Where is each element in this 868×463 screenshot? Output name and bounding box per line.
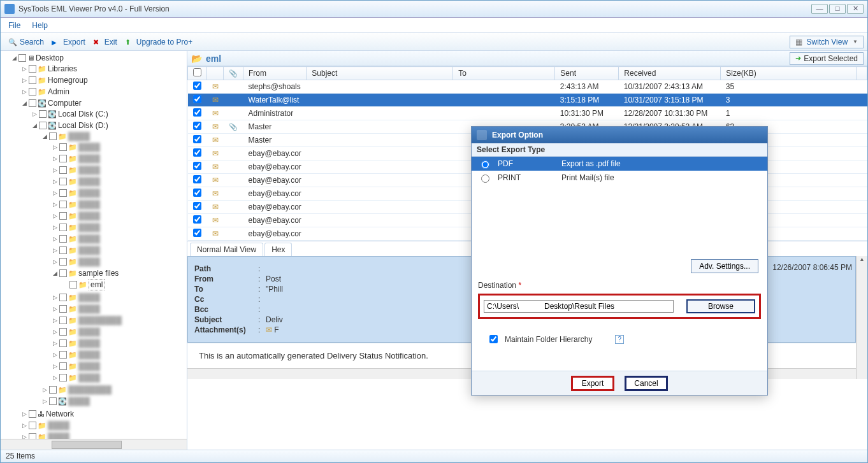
upgrade-button[interactable]: Upgrade to Pro+	[121, 36, 196, 48]
cell-received: 12/28/2007 10:31:30 PM	[619, 107, 721, 120]
row-checkbox[interactable]	[193, 215, 201, 224]
table-row[interactable]: WaterTalk@list3:15:18 PM10/31/2007 3:15:…	[188, 94, 867, 107]
sidebar: ◢Desktop ▷Libraries ▷Homegroup ▷Admin ◢C…	[1, 51, 187, 450]
row-checkbox[interactable]	[193, 229, 201, 237]
cancel-button[interactable]: Cancel	[625, 376, 668, 391]
table-row[interactable]: stephs@shoals2:43:13 AM10/31/2007 2:43:1…	[188, 80, 867, 94]
col-attachment[interactable]	[224, 67, 243, 80]
row-checkbox[interactable]	[193, 189, 201, 197]
menu-help[interactable]: Help	[32, 21, 48, 30]
cell-size: 35	[721, 80, 857, 94]
folder-icon	[58, 131, 67, 141]
col-checkbox[interactable]	[188, 67, 207, 80]
cell-size: 1	[721, 107, 857, 120]
export-type-list: PDF Export as .pdf file PRINT Print Mail…	[472, 157, 767, 255]
export-confirm-button[interactable]: Export	[571, 376, 614, 391]
row-checkbox[interactable]	[193, 108, 201, 117]
row-checkbox[interactable]	[193, 175, 201, 183]
switch-view-button[interactable]: Switch View▼	[790, 36, 864, 48]
export-type-pdf[interactable]: PDF Export as .pdf file	[472, 157, 767, 171]
col-sent[interactable]: Sent	[555, 67, 619, 80]
col-received[interactable]: Received	[619, 67, 721, 80]
exit-icon	[93, 38, 102, 46]
vertical-scrollbar[interactable]	[856, 256, 867, 379]
exit-button[interactable]: Exit	[89, 36, 121, 48]
status-bar: 25 Items	[1, 450, 867, 462]
row-checkbox[interactable]	[193, 95, 201, 103]
cell-from: ebay@ebay.cor	[243, 174, 307, 187]
maintain-folder-hierarchy-label: Maintain Folder Hierarchy	[505, 335, 592, 344]
col-subject[interactable]: Subject	[307, 67, 453, 80]
cell-from: ebay@ebay.cor	[243, 160, 307, 174]
col-to[interactable]: To	[453, 67, 555, 80]
envelope-icon	[212, 176, 219, 185]
cell-from: ebay@ebay.cor	[243, 214, 307, 227]
cell-from: ebay@ebay.cor	[243, 187, 307, 201]
dialog-icon	[477, 130, 487, 140]
tree-eml[interactable]: eml	[89, 279, 105, 290]
toolbar: Search Export Exit Upgrade to Pro+ Switc…	[1, 33, 867, 51]
cell-from: ebay@ebay.cor	[243, 227, 307, 241]
col-from[interactable]: From	[243, 67, 307, 80]
drive-icon	[48, 120, 57, 131]
export-selected-button[interactable]: Export Selected	[790, 52, 864, 65]
tree-admin[interactable]: Admin	[48, 87, 69, 97]
browse-button[interactable]: Browse	[686, 299, 755, 313]
maintain-folder-hierarchy-checkbox[interactable]	[489, 335, 498, 343]
envelope-icon	[212, 96, 219, 104]
table-row[interactable]: Administrator10:31:30 PM12/28/2007 10:31…	[188, 107, 867, 120]
export-type-print[interactable]: PRINT Print Mail(s) file	[472, 171, 767, 185]
tree-folder-blurred[interactable]: ████	[68, 131, 90, 141]
row-checkbox[interactable]	[193, 202, 201, 210]
cell-sent: 10:31:30 PM	[555, 107, 619, 120]
tree-drive-c[interactable]: Local Disk (C:)	[58, 109, 108, 119]
envelope-icon	[212, 122, 219, 131]
switch-view-icon	[795, 38, 804, 46]
tab-hex[interactable]: Hex	[264, 243, 292, 256]
destination-input[interactable]	[484, 300, 674, 313]
envelope-icon	[212, 203, 219, 211]
tree-drive-d[interactable]: Local Disk (D:)	[58, 120, 108, 131]
tree-network[interactable]: Network	[46, 409, 74, 419]
cell-from: Administrator	[243, 107, 307, 120]
radio-pdf[interactable]	[481, 160, 489, 169]
radio-print[interactable]	[481, 175, 489, 183]
tree-desktop[interactable]: Desktop	[36, 53, 64, 63]
adv-settings-button[interactable]: Adv. Settings...	[691, 259, 758, 273]
cell-from: ebay@ebay.cor	[243, 147, 307, 160]
search-button[interactable]: Search	[4, 36, 48, 48]
row-checkbox[interactable]	[193, 122, 201, 130]
drive-icon	[48, 109, 57, 119]
row-checkbox[interactable]	[193, 135, 201, 143]
menu-file[interactable]: File	[8, 21, 20, 30]
cell-sent: 2:43:13 AM	[555, 80, 619, 94]
cell-received: 10/31/2007 3:15:18 PM	[619, 94, 721, 107]
computer-icon	[38, 98, 47, 108]
dialog-titlebar: Export Option	[472, 127, 767, 143]
col-size[interactable]: Size(KB)	[721, 67, 857, 80]
row-checkbox[interactable]	[193, 82, 201, 90]
envelope-icon	[212, 109, 219, 118]
app-logo	[4, 4, 15, 14]
col-read[interactable]	[207, 67, 224, 80]
folder-icon	[38, 75, 47, 85]
row-checkbox[interactable]	[193, 148, 201, 157]
minimize-button[interactable]: —	[811, 4, 828, 14]
menubar: File Help	[1, 18, 867, 33]
folder-icon	[38, 64, 47, 74]
row-checkbox[interactable]	[193, 162, 201, 170]
close-button[interactable]: ✕	[847, 4, 864, 14]
tree-computer[interactable]: Computer	[48, 98, 82, 108]
folder-tree[interactable]: ◢Desktop ▷Libraries ▷Homegroup ▷Admin ◢C…	[1, 51, 187, 439]
tree-libraries[interactable]: Libraries	[48, 64, 77, 74]
export-icon	[52, 38, 61, 46]
envelope-icon	[212, 82, 219, 91]
maximize-button[interactable]: □	[829, 4, 846, 14]
sidebar-scrollbar[interactable]	[1, 439, 187, 450]
cell-from: Master	[243, 134, 307, 147]
tree-sample-files[interactable]: sample files	[78, 268, 119, 278]
export-button[interactable]: Export	[48, 36, 89, 48]
tab-normal-mail-view[interactable]: Normal Mail View	[190, 243, 263, 256]
help-icon[interactable]: ?	[615, 335, 624, 344]
tree-homegroup[interactable]: Homegroup	[48, 75, 88, 85]
